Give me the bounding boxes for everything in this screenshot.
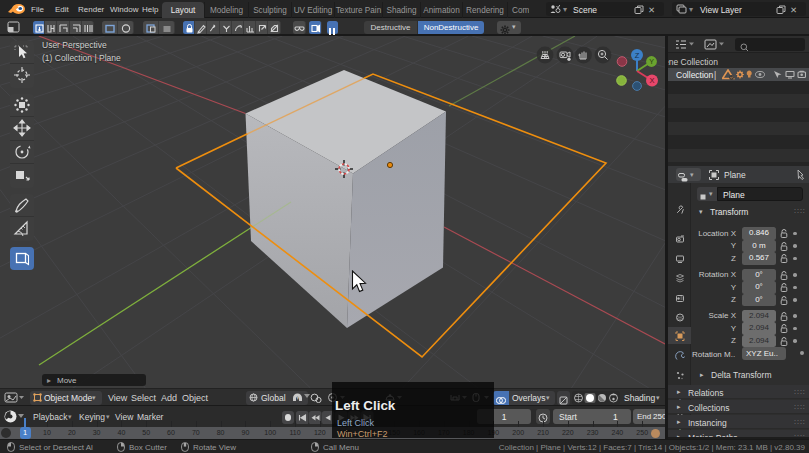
svg-text:Z: Z bbox=[635, 51, 640, 60]
svg-text:X: X bbox=[649, 76, 654, 85]
svg-text:Y: Y bbox=[649, 58, 654, 65]
